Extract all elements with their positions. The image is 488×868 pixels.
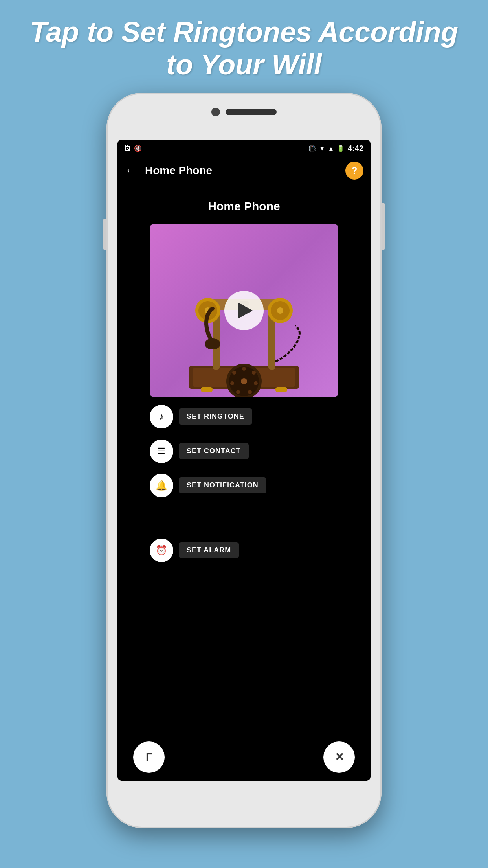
set-ringtone-button[interactable]: SET RINGTONE — [179, 408, 252, 425]
vibrate-icon: 📳 — [308, 145, 316, 152]
notification-icon-button[interactable]: 🔔 — [150, 474, 173, 497]
set-alarm-row: ⏰ SET ALARM — [150, 539, 338, 562]
svg-point-6 — [252, 371, 256, 375]
camera-dot — [211, 108, 220, 116]
help-button[interactable]: ? — [345, 162, 363, 180]
banner-title: Tap to Set Ringtones According to Your W… — [24, 16, 464, 81]
alarm-icon-button[interactable]: ⏰ — [150, 539, 173, 562]
vintage-phone-illustration — [181, 263, 307, 397]
play-triangle-icon — [238, 303, 253, 318]
set-ringtone-row: ♪ SET RINGTONE — [150, 405, 252, 428]
mute-status-icon: 🔇 — [134, 145, 142, 152]
ringtone-image — [150, 224, 338, 397]
image-and-actions-wrapper: ♪ SET RINGTONE ☰ SET CONTACT 🔔 SET NOTIF… — [150, 224, 338, 397]
signal-icon: ▲ — [328, 145, 334, 152]
svg-point-7 — [254, 381, 258, 385]
status-bar: 🖼 🔇 📳 ▼ ▲ 🔋 4:42 — [117, 140, 371, 157]
status-bar-left: 🖼 🔇 — [125, 145, 142, 152]
set-notification-button[interactable]: SET NOTIFICATION — [179, 477, 266, 493]
svg-rect-24 — [275, 387, 287, 392]
phone-wrapper: 🖼 🔇 📳 ▼ ▲ 🔋 4:42 ← Home Phone ? — [106, 93, 382, 840]
app-bar: ← Home Phone ? — [117, 157, 371, 184]
bottom-right-button[interactable]: ✕ — [323, 741, 355, 773]
set-alarm-button[interactable]: SET ALARM — [179, 542, 239, 558]
ringtone-icon-button[interactable]: ♪ — [150, 405, 173, 428]
back-button[interactable]: ← — [125, 163, 137, 178]
bottom-left-icon: Г — [146, 751, 152, 763]
phone-camera-area — [211, 108, 277, 116]
svg-point-4 — [241, 378, 247, 384]
status-bar-right: 📳 ▼ ▲ 🔋 4:42 — [308, 144, 363, 153]
svg-point-20 — [277, 307, 283, 314]
bottom-action-bar: Г ✕ — [117, 730, 371, 781]
contact-icon-button[interactable]: ☰ — [150, 440, 173, 463]
play-button[interactable] — [224, 291, 264, 330]
set-contact-button[interactable]: SET CONTACT — [179, 443, 249, 459]
set-notification-row: 🔔 SET NOTIFICATION — [150, 474, 266, 497]
svg-point-11 — [232, 371, 236, 375]
svg-point-9 — [236, 390, 240, 394]
phone-screen: 🖼 🔇 📳 ▼ ▲ 🔋 4:42 ← Home Phone ? — [117, 140, 371, 781]
side-button-power[interactable] — [382, 203, 385, 250]
bottom-left-button[interactable]: Г — [133, 741, 165, 773]
app-bar-title: Home Phone — [145, 164, 212, 177]
svg-rect-23 — [201, 387, 213, 392]
side-button-volume[interactable] — [103, 219, 106, 250]
svg-point-5 — [242, 367, 246, 371]
phone-frame: 🖼 🔇 📳 ▼ ▲ 🔋 4:42 ← Home Phone ? — [106, 93, 382, 828]
help-icon: ? — [352, 165, 358, 176]
top-banner: Tap to Set Ringtones According to Your W… — [0, 0, 488, 93]
set-contact-row: ☰ SET CONTACT — [150, 440, 249, 463]
speaker-bar — [226, 109, 277, 115]
status-time: 4:42 — [348, 144, 363, 153]
battery-icon: 🔋 — [337, 145, 345, 152]
svg-point-8 — [248, 390, 252, 394]
bottom-right-icon: ✕ — [335, 750, 344, 763]
main-content: Home Phone — [117, 184, 371, 562]
svg-point-10 — [230, 381, 234, 385]
image-status-icon: 🖼 — [125, 145, 131, 152]
svg-point-22 — [205, 338, 220, 349]
wifi-icon: ▼ — [319, 145, 325, 152]
ringtone-name-title: Home Phone — [208, 200, 280, 213]
